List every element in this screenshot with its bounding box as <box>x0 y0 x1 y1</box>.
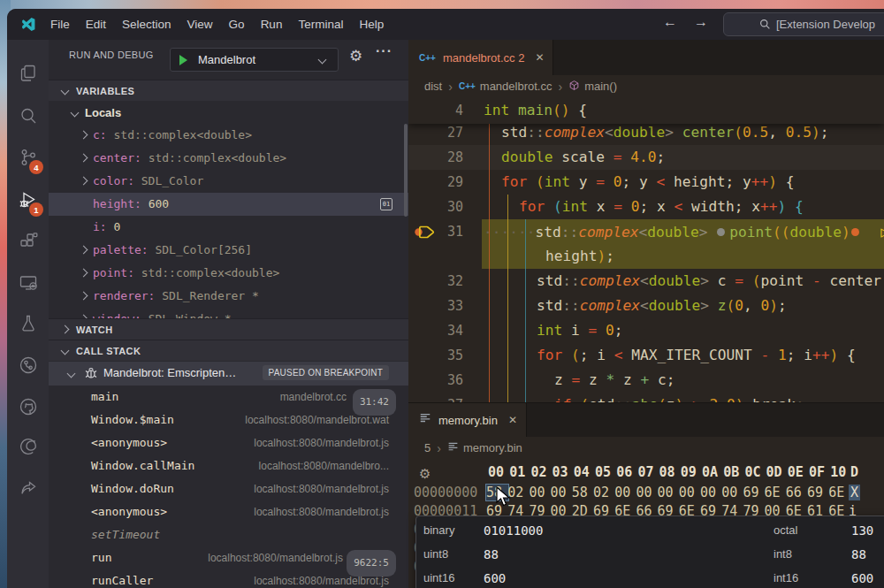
variable-row[interactable]: center: std::complex<double> <box>49 147 408 170</box>
stack-frame-row[interactable]: Window.doRunlocalhost:8080/mandelbrot.js <box>49 477 408 500</box>
breadcrumb-folder[interactable]: dist <box>424 80 442 93</box>
debug-session-row[interactable]: Mandelbrot: Emscripten…PAUSED ON BREAKPO… <box>49 362 408 386</box>
stack-frame-row[interactable]: <anonymous>localhost:8080/mandelbrot.js <box>49 431 408 454</box>
breadcrumb-file[interactable]: mandelbrot.cc <box>480 80 552 93</box>
menu-file[interactable]: File <box>42 18 78 31</box>
code-line[interactable]: 34int i = 0; <box>408 318 884 343</box>
close-icon[interactable]: ✕ <box>508 414 517 426</box>
code-line[interactable]: 27std::complex<double> center(0.5, 0.5); <box>408 120 884 145</box>
hex-byte[interactable]: 00 <box>721 485 743 500</box>
github-icon[interactable] <box>7 389 49 424</box>
code-text: height); <box>484 244 614 269</box>
watch-section-header[interactable]: WATCH <box>49 318 408 340</box>
search-icon[interactable] <box>7 98 49 134</box>
variable-row[interactable]: renderer: SDL_Renderer * <box>49 285 408 308</box>
callstack-section-header[interactable]: CALL STACK <box>49 340 408 361</box>
sticky-line[interactable]: 4int main() { <box>408 97 884 124</box>
edge-tools-icon[interactable] <box>7 429 49 464</box>
live-share-icon[interactable] <box>7 471 49 507</box>
breadcrumb-prefix[interactable]: 5 <box>424 441 431 454</box>
stack-frame-row[interactable]: Window.callMainlocalhost:8080/mandelbro.… <box>49 454 408 477</box>
stack-frame-row[interactable]: runlocalhost:8080/mandelbrot.js9622:5 <box>49 546 408 569</box>
menu-view[interactable]: View <box>179 18 221 31</box>
code-line[interactable]: 32std::complex<double> c = (point - cent… <box>408 269 884 294</box>
chevron-right-icon <box>80 246 88 255</box>
hex-col-header: 01 <box>509 464 531 480</box>
hex-byte[interactable]: 69 <box>807 485 829 500</box>
variable-row[interactable]: palette: SDL_Color[256] <box>49 239 408 262</box>
extensions-icon[interactable] <box>7 224 49 259</box>
command-center-search[interactable]: [Extension Develop <box>723 12 884 36</box>
vscode-logo-icon[interactable] <box>19 16 36 36</box>
nav-forward-icon[interactable]: → <box>694 14 708 30</box>
stack-frame-row[interactable]: Window.$mainlocalhost:8080/mandelbrot.wa… <box>49 409 408 431</box>
close-icon[interactable]: ✕ <box>535 51 544 64</box>
menu-terminal[interactable]: Terminal <box>290 18 351 31</box>
sidebar-scrollbar[interactable] <box>404 124 408 217</box>
code-line[interactable]: 37if (std::abs(z) > 2.0) break; <box>408 393 884 402</box>
hex-byte[interactable]: 6E <box>765 485 787 500</box>
hex-byte[interactable]: 69 <box>743 485 765 500</box>
hex-settings-gear-icon[interactable]: ⚙ <box>419 466 431 482</box>
code-text: z = z * z + c; <box>484 368 675 393</box>
menu-go[interactable]: Go <box>221 18 253 31</box>
menu-edit[interactable]: Edit <box>78 18 114 31</box>
memory-breadcrumb[interactable]: 5›memory.bin <box>408 437 884 459</box>
menu-help[interactable]: Help <box>351 18 392 31</box>
hex-byte[interactable]: 66 <box>786 485 808 500</box>
code-line[interactable]: 33std::complex<double> z(0, 0); <box>408 294 884 318</box>
code-text: std::complex<double> center(0.5, 0.5); <box>484 120 828 145</box>
hex-byte[interactable]: 00 <box>658 485 680 500</box>
breadcrumb-symbol[interactable]: main() <box>584 80 617 93</box>
code-line[interactable]: 30for (int x = 0; x < width; x++) { <box>408 195 884 219</box>
hex-byte[interactable]: 58 <box>572 485 594 500</box>
stack-frame-row[interactable]: <anonymous>localhost:8080/mandelbrot.js <box>49 500 408 523</box>
variable-row[interactable]: height: 60001 <box>49 193 408 216</box>
current-breakpoint-icon[interactable] <box>414 225 435 240</box>
testing-icon[interactable] <box>7 306 49 341</box>
inline-breakpoint-orange-icon[interactable] <box>851 228 859 236</box>
variable-row[interactable]: color: SDL_Color <box>49 170 408 193</box>
chevron-right-icon <box>80 269 88 278</box>
nav-back-icon[interactable]: ← <box>663 14 677 30</box>
breadcrumb[interactable]: dist›C++mandelbrot.cc›main() <box>408 75 884 97</box>
inspector-value: 88 <box>484 547 499 561</box>
source-control-icon[interactable]: 4 <box>7 140 49 175</box>
breadcrumb-file[interactable]: memory.bin <box>463 441 522 454</box>
hex-byte[interactable]: 6E <box>828 485 850 500</box>
badge: 1 <box>29 202 43 217</box>
hex-col-header: 0D <box>766 464 789 480</box>
menu-selection[interactable]: Selection <box>114 18 179 31</box>
hex-byte[interactable]: 00 <box>679 485 701 500</box>
code-line[interactable]: 36z = z * z + c; <box>408 368 884 393</box>
inspector-label: uint16 <box>423 571 454 584</box>
stack-frame-row[interactable]: mainmandelbrot.cc31:42 <box>49 386 408 409</box>
inline-breakpoint-gray-icon[interactable] <box>717 228 725 236</box>
code-line[interactable]: 28double scale = 4.0; <box>408 145 884 170</box>
hex-byte[interactable]: 00 <box>529 485 551 500</box>
code-line[interactable]: 29for (int y = 0; y < height; y++) { <box>408 170 884 195</box>
tab-memory-bin[interactable]: memory.bin✕ <box>408 403 527 437</box>
stack-frame-row[interactable]: setTimeout <box>49 523 408 546</box>
variable-row[interactable]: c: std::complex<double> <box>49 124 408 147</box>
tab-mandelbrot[interactable]: C++mandelbrot.cc 2✕ <box>408 40 553 75</box>
code-line[interactable]: height); <box>408 244 884 269</box>
remote-explorer-icon[interactable] <box>7 265 49 301</box>
code-line[interactable]: 31······std::complex<double> point((doub… <box>408 219 884 244</box>
code-editor[interactable]: 27std::complex<double> center(0.5, 0.5);… <box>408 97 884 402</box>
hex-byte[interactable]: 00 <box>700 485 722 500</box>
variable-row[interactable]: window: SDL_Window * <box>49 308 408 318</box>
hex-byte[interactable]: 00 <box>636 485 658 500</box>
binary-view-icon[interactable]: 01 <box>380 198 392 210</box>
menu-run[interactable]: Run <box>253 18 291 31</box>
variable-row[interactable]: point: std::complex<double> <box>49 262 408 285</box>
variable-row[interactable]: i: 0 <box>49 216 408 239</box>
hex-byte[interactable]: 00 <box>614 485 636 500</box>
explorer-icon[interactable] <box>7 56 49 91</box>
gitlens-icon[interactable] <box>7 347 49 383</box>
hex-byte[interactable]: 02 <box>593 485 615 500</box>
stack-frame-row[interactable]: runCallerlocalhost:8080/mandelbrot.js <box>49 569 408 588</box>
code-line[interactable]: 35for (; i < MAX_ITER_COUNT - 1; i++) { <box>408 343 884 368</box>
hex-byte[interactable]: 00 <box>551 485 573 500</box>
run-and-debug-icon[interactable]: 1 <box>7 182 49 218</box>
